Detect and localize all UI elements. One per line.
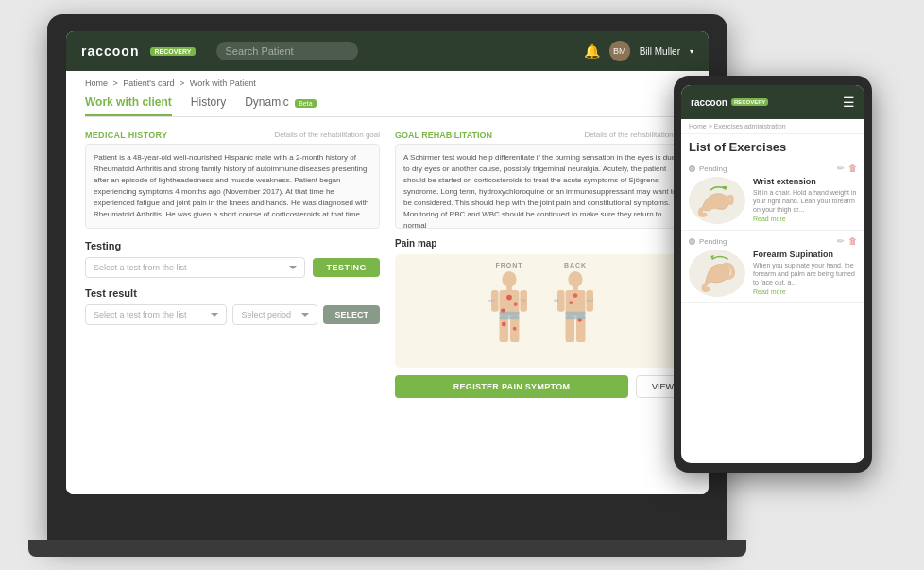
- logo-text: raccoon: [81, 43, 139, 59]
- body-front-svg: right left: [486, 270, 533, 360]
- front-label: FRONT: [495, 262, 522, 268]
- tablet-screen: raccoon RECOVERY ☰ Home > Exercises admi…: [681, 85, 864, 463]
- test-result-row: Select a test from the list Select perio…: [85, 304, 380, 325]
- exercise-2-pending-row: Pending ✏ 🗑: [689, 236, 857, 246]
- select-button[interactable]: SELECT: [323, 305, 380, 324]
- pain-buttons: REGISTER PAIN SYMPTOM VIEW: [395, 375, 690, 398]
- bell-icon[interactable]: 🔔: [584, 43, 600, 59]
- header-right: 🔔 BM Bill Muller ▾: [584, 41, 693, 61]
- exercise-1-actions: ✏ 🗑: [837, 164, 857, 173]
- app-content: Home > Patient's card > Work with Patien…: [66, 71, 709, 494]
- tablet-logo-badge: RECOVERY: [731, 98, 768, 106]
- tablet-header: raccoon RECOVERY ☰: [681, 85, 864, 119]
- svg-rect-5: [500, 316, 509, 343]
- svg-text:right: right: [586, 299, 593, 302]
- exercise-1-read-more[interactable]: Read more: [753, 216, 857, 222]
- pending-text-2: Pending: [699, 237, 727, 246]
- body-back-svg: left right: [552, 270, 599, 360]
- test-result-select2[interactable]: Select period: [232, 304, 317, 325]
- exercise-item-2: Pending ✏ 🗑: [681, 231, 864, 303]
- tab-dynamic[interactable]: Dynamic Beta: [245, 95, 316, 116]
- test-result-label: Test result: [85, 287, 380, 299]
- exercise-2-desc: When you supinate your hand, the forearm…: [753, 261, 857, 286]
- tablet-breadcrumb: Home > Exercises administration: [681, 119, 864, 134]
- pain-map: FRONT: [395, 254, 690, 368]
- exercise-1-desc: Sit in a chair. Hold a hand weight in yo…: [753, 188, 857, 214]
- laptop-screen: raccoon RECOVERY 🔔 BM Bill Muller ▾ Home…: [66, 31, 709, 494]
- exercise-1-thumb: [689, 177, 745, 224]
- back-label: BACK: [564, 262, 587, 268]
- two-col-layout: Medical history Details of the rehabilit…: [85, 130, 690, 484]
- svg-rect-12: [500, 312, 520, 320]
- search-input[interactable]: [216, 42, 358, 60]
- col-right: Goal rehabilitation Details of the rehab…: [395, 130, 690, 484]
- laptop-base: [28, 540, 746, 557]
- exercise-2-info: Forearm Supination When you supinate you…: [753, 250, 857, 295]
- exercise-2-read-more[interactable]: Read more: [753, 288, 857, 295]
- tablet-device: raccoon RECOVERY ☰ Home > Exercises admi…: [674, 76, 872, 473]
- edit-icon-1[interactable]: ✏: [837, 164, 845, 173]
- exercise-1-pending-row: Pending ✏ 🗑: [689, 164, 857, 173]
- exercise-2-row: Forearm Supination When you supinate you…: [689, 250, 857, 297]
- delete-icon-1[interactable]: 🗑: [848, 164, 857, 173]
- exercise-1-row: Wrist extension Sit in a chair. Hold a h…: [689, 177, 857, 224]
- body-figures: FRONT: [486, 262, 599, 360]
- svg-point-7: [506, 295, 512, 301]
- tablet-page-title: List of Exercises: [681, 134, 864, 158]
- medical-history-sublabel: Details of the rehabilitation goal: [274, 130, 380, 139]
- medical-history-text: Patient is a 48-year-old well-nourished …: [85, 144, 380, 229]
- tab-bar: Work with client History Dynamic Beta: [85, 95, 690, 117]
- svg-rect-25: [566, 312, 586, 320]
- exercise-2-name: Forearm Supination: [753, 250, 857, 259]
- exercise-2-actions: ✏ 🗑: [837, 236, 857, 246]
- tablet-logo-group: raccoon RECOVERY: [691, 97, 768, 108]
- figure-back: BACK: [552, 262, 599, 360]
- edit-icon-2[interactable]: ✏: [837, 236, 845, 246]
- svg-text:right: right: [488, 299, 495, 302]
- testing-button[interactable]: TESTING: [313, 258, 380, 277]
- pending-text-1: Pending: [699, 164, 727, 173]
- laptop-screen-bezel: raccoon RECOVERY 🔔 BM Bill Muller ▾ Home…: [66, 31, 709, 494]
- svg-point-11: [513, 327, 517, 331]
- register-pain-button[interactable]: REGISTER PAIN SYMPTOM: [395, 375, 628, 398]
- exercise-1-name: Wrist extension: [753, 177, 857, 186]
- tab-history[interactable]: History: [191, 95, 226, 116]
- exercise-2-thumb: [689, 250, 745, 297]
- laptop-device: raccoon RECOVERY 🔔 BM Bill Muller ▾ Home…: [47, 14, 727, 544]
- svg-point-15: [568, 271, 582, 287]
- exercise-1-info: Wrist extension Sit in a chair. Hold a h…: [753, 177, 857, 222]
- testing-select[interactable]: Select a test from the list: [85, 257, 305, 278]
- figure-front: FRONT: [486, 262, 533, 360]
- svg-point-23: [569, 301, 573, 304]
- chevron-down-icon: ▾: [690, 47, 693, 56]
- pending-dot-1: [689, 165, 695, 172]
- forearm-supination-svg: [692, 250, 744, 297]
- col-left: Medical history Details of the rehabilit…: [85, 130, 380, 484]
- delete-icon-2[interactable]: 🗑: [848, 236, 857, 246]
- svg-point-22: [573, 293, 578, 298]
- app-header: raccoon RECOVERY 🔔 BM Bill Muller ▾: [66, 31, 709, 71]
- test-result-select1[interactable]: Select a test from the list: [85, 304, 227, 325]
- logo-badge: RECOVERY: [150, 47, 195, 56]
- tab-dynamic-badge: Beta: [295, 99, 316, 108]
- tab-work-with-client[interactable]: Work with client: [85, 95, 172, 116]
- pain-map-label: Pain map: [395, 238, 690, 249]
- svg-point-9: [514, 302, 518, 306]
- svg-point-10: [502, 322, 506, 327]
- exercise-item-1: Pending ✏ 🗑: [681, 158, 864, 231]
- breadcrumb: Home > Patient's card > Work with Patien…: [85, 78, 690, 88]
- testing-section-label: Testing: [85, 240, 380, 251]
- svg-rect-20: [566, 316, 575, 343]
- svg-point-0: [502, 271, 516, 287]
- user-name: Bill Muller: [640, 46, 680, 57]
- avatar: BM: [609, 41, 630, 61]
- wrist-extension-svg: [692, 177, 744, 224]
- hamburger-icon[interactable]: ☰: [843, 95, 855, 110]
- tablet-logo-text: raccoon: [691, 97, 727, 108]
- pending-dot-2: [689, 238, 695, 245]
- testing-row: Select a test from the list TESTING: [85, 257, 380, 278]
- goal-rehab-text: A Schirmer test would help differentiate…: [395, 144, 690, 229]
